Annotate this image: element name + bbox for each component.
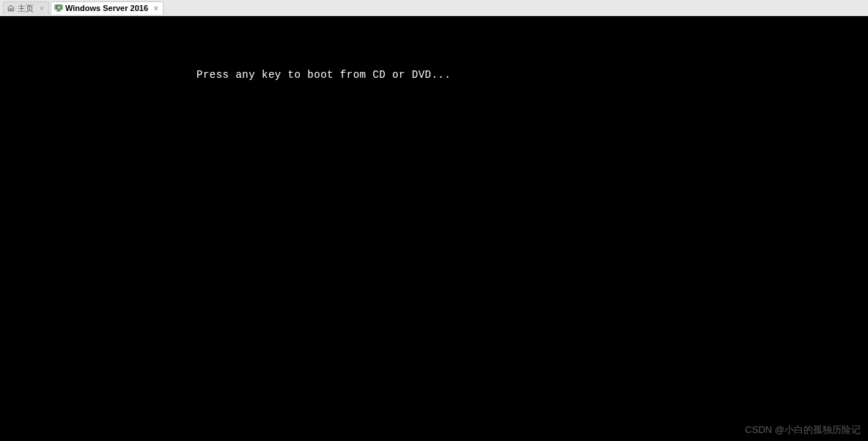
tab-label: 主页 xyxy=(18,3,34,14)
tab-home[interactable]: 主页 × xyxy=(3,1,49,15)
boot-message: Press any key to boot from CD or DVD... xyxy=(196,69,451,81)
monitor-icon xyxy=(54,4,63,12)
tab-label: Windows Server 2016 xyxy=(65,4,148,12)
tab-bar: 主页 × Windows Server 2016 × xyxy=(0,0,868,16)
close-icon[interactable]: × xyxy=(38,4,45,12)
watermark: CSDN @小白的孤独历险记 xyxy=(745,423,861,437)
home-icon xyxy=(7,4,15,12)
console-view[interactable]: Press any key to boot from CD or DVD... … xyxy=(0,16,868,441)
svg-rect-1 xyxy=(56,5,62,9)
close-icon[interactable]: × xyxy=(152,4,160,12)
svg-rect-3 xyxy=(56,11,61,12)
svg-rect-2 xyxy=(58,10,60,11)
tab-windows-server-2016[interactable]: Windows Server 2016 × xyxy=(51,1,163,15)
